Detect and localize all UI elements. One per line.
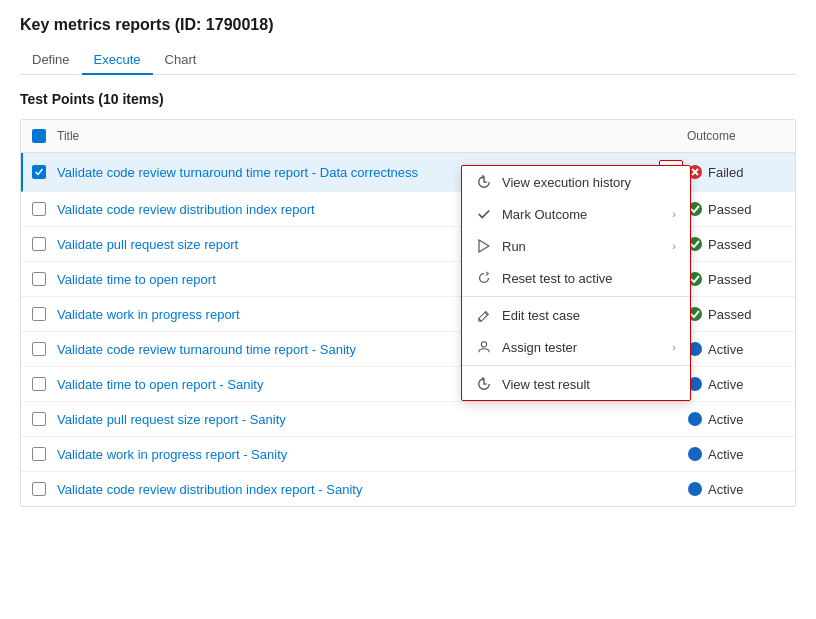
reset-icon: [476, 270, 492, 286]
row-checkbox-2[interactable]: [29, 234, 49, 254]
menu-label: View execution history: [502, 175, 676, 190]
menu-divider: [462, 365, 690, 366]
menu-item-mark-outcome[interactable]: Mark Outcome ›: [462, 198, 690, 230]
row-outcome-5: Active: [687, 341, 787, 357]
submenu-arrow-icon: ›: [672, 341, 676, 353]
tab-bar: Define Execute Chart: [20, 46, 796, 75]
edit-icon: [476, 307, 492, 323]
menu-label: Reset test to active: [502, 271, 676, 286]
checkmark-icon: [476, 206, 492, 222]
row-checkbox-5[interactable]: [29, 339, 49, 359]
svg-point-20: [688, 447, 702, 461]
section-title: Test Points (10 items): [20, 91, 796, 107]
table-row: Validate code review turnaround time rep…: [21, 153, 795, 192]
tab-chart[interactable]: Chart: [153, 46, 209, 75]
tab-define[interactable]: Define: [20, 46, 82, 75]
row-outcome-0: Failed: [687, 164, 787, 180]
history-icon: [476, 174, 492, 190]
tab-execute[interactable]: Execute: [82, 46, 153, 75]
history2-icon: [476, 376, 492, 392]
select-all-checkbox[interactable]: [29, 126, 49, 146]
table-row: Validate work in progress report - Sanit…: [21, 437, 795, 472]
row-checkbox-6[interactable]: [29, 374, 49, 394]
row-title-8: Validate work in progress report - Sanit…: [57, 447, 659, 462]
svg-point-12: [481, 342, 486, 347]
menu-item-view-test-result[interactable]: View test result: [462, 368, 690, 400]
row-checkbox-1[interactable]: [29, 199, 49, 219]
column-title-header: Title: [57, 129, 687, 143]
row-outcome-3: Passed: [687, 271, 787, 287]
svg-marker-8: [479, 240, 489, 252]
menu-label: View test result: [502, 377, 676, 392]
person-icon: [476, 339, 492, 355]
row-outcome-7: Active: [687, 411, 787, 427]
menu-item-reset-test[interactable]: Reset test to active: [462, 262, 690, 294]
context-menu: View execution history Mark Outcome ›: [461, 165, 691, 401]
table-row: Validate pull request size report - Sani…: [21, 402, 795, 437]
row-checkbox-4[interactable]: [29, 304, 49, 324]
test-points-table: Title Outcome Validate code review turna…: [20, 119, 796, 507]
column-outcome-header: Outcome: [687, 129, 787, 143]
active-icon: [687, 411, 703, 427]
page-title: Key metrics reports (ID: 1790018): [20, 16, 796, 34]
row-title-9: Validate code review distribution index …: [57, 482, 659, 497]
row-checkbox-9[interactable]: [29, 479, 49, 499]
menu-item-assign-tester[interactable]: Assign tester ›: [462, 331, 690, 363]
menu-label: Edit test case: [502, 308, 676, 323]
table-header: Title Outcome: [21, 120, 795, 153]
row-outcome-9: Active: [687, 481, 787, 497]
submenu-arrow-icon: ›: [672, 240, 676, 252]
row-checkbox-0[interactable]: [29, 162, 49, 182]
row-outcome-8: Active: [687, 446, 787, 462]
row-outcome-4: Passed: [687, 306, 787, 322]
active-icon: [687, 446, 703, 462]
menu-label: Mark Outcome: [502, 207, 662, 222]
row-checkbox-7[interactable]: [29, 409, 49, 429]
active-icon: [687, 481, 703, 497]
svg-point-19: [688, 412, 702, 426]
menu-label: Run: [502, 239, 662, 254]
play-icon: [476, 238, 492, 254]
menu-item-edit-test-case[interactable]: Edit test case: [462, 299, 690, 331]
row-outcome-2: Passed: [687, 236, 787, 252]
menu-item-view-execution-history[interactable]: View execution history: [462, 166, 690, 198]
svg-rect-1: [34, 135, 44, 137]
row-checkbox-8[interactable]: [29, 444, 49, 464]
row-title-7: Validate pull request size report - Sani…: [57, 412, 659, 427]
svg-point-21: [688, 482, 702, 496]
menu-item-run[interactable]: Run ›: [462, 230, 690, 262]
menu-label: Assign tester: [502, 340, 662, 355]
submenu-arrow-icon: ›: [672, 208, 676, 220]
menu-divider: [462, 296, 690, 297]
row-outcome-1: Passed: [687, 201, 787, 217]
row-checkbox-3[interactable]: [29, 269, 49, 289]
row-outcome-6: Active: [687, 376, 787, 392]
table-row: Validate code review distribution index …: [21, 472, 795, 506]
